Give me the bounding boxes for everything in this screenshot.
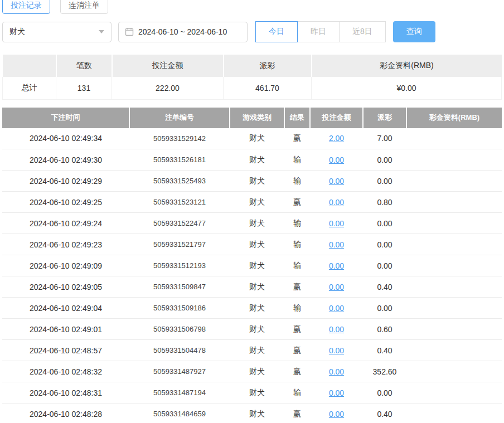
- table-row: 2024-06-10 02:49:34 5059331529142 财犬 赢 2…: [2, 128, 502, 149]
- result-cell: 输: [284, 171, 310, 192]
- summary-header-bonus: 彩金资料(RMB): [312, 55, 502, 77]
- order-id-cell: 5059331525493: [129, 171, 230, 192]
- order-id-cell: 5059331487927: [129, 361, 230, 382]
- col-header-result: 结果: [284, 108, 310, 128]
- bet-amount-cell: 0.00: [310, 298, 363, 319]
- bonus-cell: [406, 298, 502, 319]
- date-range-value: 2024-06-10 ~ 2024-06-10: [138, 27, 227, 36]
- bet-table-body: 2024-06-10 02:49:34 5059331529142 财犬 赢 2…: [2, 128, 502, 423]
- bonus-cell: [406, 382, 502, 403]
- bet-amount-link[interactable]: 0.00: [329, 155, 344, 164]
- col-header-game-type: 游戏类别: [230, 108, 284, 128]
- payout-cell: 352.60: [363, 361, 406, 382]
- filter-bar: 财犬 2024-06-10 ~ 2024-06-10 今日 昨日 近8日 查询: [2, 21, 502, 42]
- bet-time-cell: 2024-06-10 02:48:57: [2, 340, 129, 361]
- bet-time-cell: 2024-06-10 02:49:05: [2, 276, 129, 298]
- bet-amount-cell: 0.00: [310, 149, 363, 171]
- result-cell: 赢: [284, 128, 310, 149]
- payout-cell: 0.60: [363, 319, 406, 340]
- quick-yesterday-button[interactable]: 昨日: [297, 21, 340, 42]
- tab-cancelled-orders[interactable]: 连消注单: [60, 0, 108, 14]
- bonus-cell: [406, 213, 502, 234]
- payout-cell: 0.40: [363, 340, 406, 361]
- top-tabs: 投注记录 连消注单: [2, 0, 502, 14]
- bet-amount-link[interactable]: 0.00: [329, 410, 344, 419]
- bet-amount-link[interactable]: 0.00: [329, 283, 344, 291]
- bet-amount-link[interactable]: 0.00: [329, 177, 344, 186]
- result-cell: 赢: [284, 361, 310, 382]
- quick-today-button[interactable]: 今日: [255, 21, 298, 42]
- table-row: 2024-06-10 02:49:24 5059331522477 财犬 输 0…: [2, 213, 502, 234]
- summary-bonus-total: ¥0.00: [312, 77, 502, 99]
- bet-amount-cell: 0.00: [310, 192, 363, 213]
- quick-last8days-button[interactable]: 近8日: [339, 21, 386, 42]
- order-id-cell: 5059331509186: [129, 298, 230, 319]
- col-header-order-id: 注单编号: [129, 108, 230, 128]
- bet-time-cell: 2024-06-10 02:49:25: [2, 192, 129, 213]
- order-id-cell: 5059331484659: [129, 403, 230, 423]
- payout-cell: 0.00: [363, 298, 406, 319]
- game-type-cell: 财犬: [230, 298, 284, 319]
- bet-time-cell: 2024-06-10 02:49:23: [2, 234, 129, 255]
- bet-time-cell: 2024-06-10 02:49:30: [2, 149, 129, 171]
- tab-bet-records[interactable]: 投注记录: [2, 0, 50, 14]
- bet-time-cell: 2024-06-10 02:49:09: [2, 255, 129, 276]
- bet-amount-link[interactable]: 2.00: [329, 134, 344, 143]
- bet-amount-link[interactable]: 0.00: [329, 219, 344, 228]
- result-cell: 赢: [284, 192, 310, 213]
- game-select[interactable]: 财犬: [2, 22, 112, 42]
- order-id-cell: 5059331522477: [129, 213, 230, 234]
- bet-amount-cell: 0.00: [310, 255, 363, 276]
- search-button[interactable]: 查询: [393, 21, 435, 42]
- payout-cell: 0.00: [363, 171, 406, 192]
- bonus-cell: [406, 319, 502, 340]
- result-cell: 赢: [284, 340, 310, 361]
- table-row: 2024-06-10 02:49:23 5059331521797 财犬 输 0…: [2, 234, 502, 255]
- game-type-cell: 财犬: [230, 382, 284, 403]
- result-cell: 输: [284, 298, 310, 319]
- calendar-icon: [125, 27, 134, 36]
- bet-amount-link[interactable]: 0.00: [329, 388, 344, 397]
- payout-cell: 0.00: [363, 149, 406, 171]
- game-type-cell: 财犬: [230, 128, 284, 149]
- bonus-cell: [406, 234, 502, 255]
- table-row: 2024-06-10 02:48:28 5059331484659 财犬 赢 0…: [2, 403, 502, 423]
- col-header-bet-amount: 投注金额: [310, 108, 363, 128]
- bet-amount-link[interactable]: 0.00: [329, 304, 344, 313]
- date-range-picker[interactable]: 2024-06-10 ~ 2024-06-10: [118, 22, 248, 42]
- bet-amount-link[interactable]: 0.00: [329, 346, 344, 355]
- order-id-cell: 5059331506798: [129, 319, 230, 340]
- result-cell: 输: [284, 234, 310, 255]
- bet-time-cell: 2024-06-10 02:49:01: [2, 319, 129, 340]
- bet-amount-link[interactable]: 0.00: [329, 198, 344, 207]
- bet-amount-link[interactable]: 0.00: [329, 240, 344, 249]
- table-row: 2024-06-10 02:48:32 5059331487927 财犬 赢 0…: [2, 361, 502, 382]
- payout-cell: 7.00: [363, 128, 406, 149]
- bet-amount-link[interactable]: 0.00: [329, 325, 344, 334]
- table-row: 2024-06-10 02:48:57 5059331504478 财犬 赢 0…: [2, 340, 502, 361]
- bonus-cell: [406, 403, 502, 423]
- bet-amount-cell: 0.00: [310, 403, 363, 423]
- bet-time-cell: 2024-06-10 02:49:34: [2, 128, 129, 149]
- order-id-cell: 5059331504478: [129, 340, 230, 361]
- summary-header-payout: 派彩: [224, 55, 312, 77]
- order-id-cell: 5059331509847: [129, 276, 230, 298]
- bonus-cell: [406, 128, 502, 149]
- col-header-payout: 派彩: [363, 108, 406, 128]
- game-type-cell: 财犬: [230, 192, 284, 213]
- bet-amount-cell: 0.00: [310, 382, 363, 403]
- result-cell: 赢: [284, 276, 310, 298]
- col-header-bonus: 彩金资料(RMB): [406, 108, 502, 128]
- game-type-cell: 财犬: [230, 149, 284, 171]
- summary-table: 笔数 投注金额 派彩 彩金资料(RMB) 总计 131 222.00 461.7…: [2, 55, 502, 100]
- game-type-cell: 财犬: [230, 255, 284, 276]
- bet-amount-cell: 0.00: [310, 340, 363, 361]
- payout-cell: 0.80: [363, 192, 406, 213]
- bet-amount-link[interactable]: 0.00: [329, 261, 344, 270]
- payout-cell: 0.40: [363, 276, 406, 298]
- bet-amount-cell: 0.00: [310, 319, 363, 340]
- bet-time-cell: 2024-06-10 02:48:32: [2, 361, 129, 382]
- bet-amount-cell: 0.00: [310, 171, 363, 192]
- bet-amount-link[interactable]: 0.00: [329, 367, 344, 376]
- summary-header-empty: [3, 55, 56, 77]
